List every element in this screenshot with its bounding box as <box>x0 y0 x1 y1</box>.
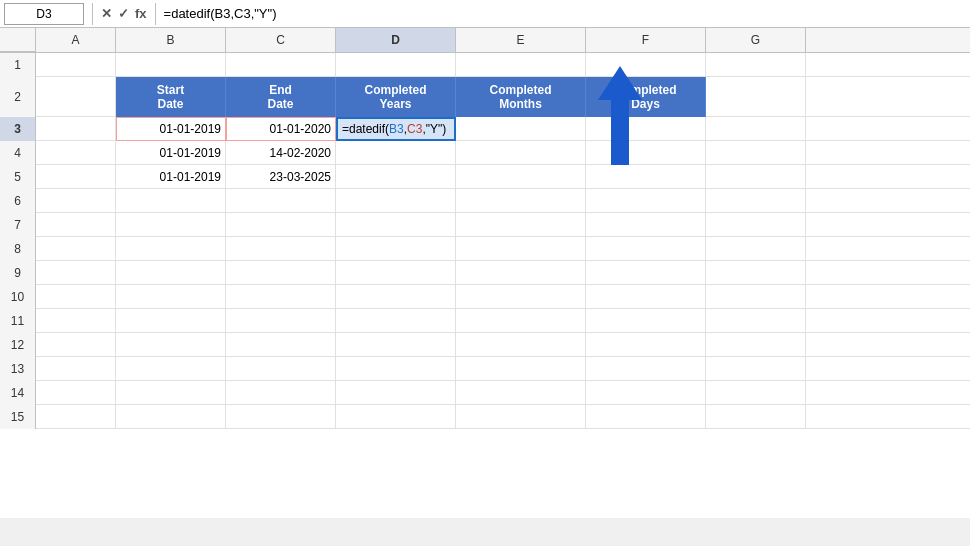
table-row: 6 <box>0 189 970 213</box>
cell-reference-box[interactable]: D3 <box>4 3 84 25</box>
table-row: 4 01-01-2019 14-02-2020 <box>0 141 970 165</box>
cell-e5[interactable] <box>456 165 586 189</box>
table-row: 9 <box>0 261 970 285</box>
formula-bar-divider-2 <box>155 3 156 25</box>
cell-b5[interactable]: 01-01-2019 <box>116 165 226 189</box>
cell-a5[interactable] <box>36 165 116 189</box>
col-header-f[interactable]: F <box>586 28 706 52</box>
completed-days-header: Completed Days <box>614 83 676 111</box>
confirm-icon[interactable]: ✓ <box>118 6 129 21</box>
cell-d4[interactable] <box>336 141 456 165</box>
cell-e4[interactable] <box>456 141 586 165</box>
start-date-header: Start Date <box>157 83 184 112</box>
row-header-4: 4 <box>0 141 36 165</box>
col-header-d[interactable]: D <box>336 28 456 52</box>
cell-c5-value: 23-03-2025 <box>270 170 331 184</box>
cell-a2[interactable] <box>36 77 116 117</box>
table-row: 3 01-01-2019 01-01-2020 =datedif(B3,C3,"… <box>0 117 970 141</box>
col-header-b[interactable]: B <box>116 28 226 52</box>
cell-b2-header[interactable]: Start Date <box>116 77 226 117</box>
table-row: 1 <box>0 53 970 77</box>
cell-f4[interactable] <box>586 141 706 165</box>
end-date-header: End Date <box>267 83 293 111</box>
cell-ref-value: D3 <box>36 7 51 21</box>
table-row: 10 <box>0 285 970 309</box>
completed-months-header: Completed Months <box>489 83 551 111</box>
table-row: 12 <box>0 333 970 357</box>
cell-b1[interactable] <box>116 53 226 77</box>
cell-c1[interactable] <box>226 53 336 77</box>
spreadsheet: A B C D E F G 1 2 <box>0 28 970 518</box>
cell-c3-value: 01-01-2020 <box>270 122 331 136</box>
formula-bar-divider <box>92 3 93 25</box>
cell-c3[interactable]: 01-01-2020 <box>226 117 336 141</box>
cell-g4[interactable] <box>706 141 806 165</box>
table-row: 8 <box>0 237 970 261</box>
cell-e2-header[interactable]: Completed Months <box>456 77 586 117</box>
row-header-2: 2 <box>0 77 36 117</box>
formula-input[interactable] <box>160 3 970 25</box>
col-header-g[interactable]: G <box>706 28 806 52</box>
cell-g2[interactable] <box>706 77 806 117</box>
row-header-1: 1 <box>0 53 36 77</box>
row-header-3: 3 <box>0 117 36 141</box>
cell-b3-value: 01-01-2019 <box>160 122 221 136</box>
cell-a4[interactable] <box>36 141 116 165</box>
cell-g5[interactable] <box>706 165 806 189</box>
cell-c2-header[interactable]: End Date <box>226 77 336 117</box>
cell-c4[interactable]: 14-02-2020 <box>226 141 336 165</box>
cell-d1[interactable] <box>336 53 456 77</box>
table-row: 7 <box>0 213 970 237</box>
cell-b4[interactable]: 01-01-2019 <box>116 141 226 165</box>
cell-e1[interactable] <box>456 53 586 77</box>
cell-b3[interactable]: 01-01-2019 <box>116 117 226 141</box>
col-header-a[interactable]: A <box>36 28 116 52</box>
table-row: 2 Start Date End Date Completed Years Co… <box>0 77 970 117</box>
table-row: 14 <box>0 381 970 405</box>
table-row: 11 <box>0 309 970 333</box>
cell-a1[interactable] <box>36 53 116 77</box>
function-icon[interactable]: fx <box>135 6 147 21</box>
column-headers: A B C D E F G <box>0 28 970 53</box>
cell-g1[interactable] <box>706 53 806 77</box>
formula-bar: D3 ✕ ✓ fx <box>0 0 970 28</box>
table-row: 5 01-01-2019 23-03-2025 <box>0 165 970 189</box>
cell-c5[interactable]: 23-03-2025 <box>226 165 336 189</box>
cell-f5[interactable] <box>586 165 706 189</box>
cell-d3[interactable]: =datedif(B3,C3,"Y") <box>336 117 456 141</box>
cell-c4-value: 14-02-2020 <box>270 146 331 160</box>
cell-f2-header[interactable]: Completed Days <box>586 77 706 117</box>
cell-d2-header[interactable]: Completed Years <box>336 77 456 117</box>
cell-b4-value: 01-01-2019 <box>160 146 221 160</box>
cell-f3[interactable] <box>586 117 706 141</box>
col-header-e[interactable]: E <box>456 28 586 52</box>
col-header-c[interactable]: C <box>226 28 336 52</box>
row-header-5: 5 <box>0 165 36 189</box>
formula-bar-icons: ✕ ✓ fx <box>97 6 151 21</box>
completed-years-header: Completed Years <box>364 83 426 111</box>
cell-e3[interactable] <box>456 117 586 141</box>
corner-cell <box>0 28 36 52</box>
cancel-icon[interactable]: ✕ <box>101 6 112 21</box>
cell-d5[interactable] <box>336 165 456 189</box>
grid-wrapper: A B C D E F G 1 2 <box>0 28 970 429</box>
cell-f1[interactable] <box>586 53 706 77</box>
table-row: 13 <box>0 357 970 381</box>
grid-body: 1 2 Start Date End Date <box>0 53 970 429</box>
cell-b5-value: 01-01-2019 <box>160 170 221 184</box>
cell-g3[interactable] <box>706 117 806 141</box>
cell-a3[interactable] <box>36 117 116 141</box>
formula-display: =datedif(B3,C3,"Y") <box>342 122 446 136</box>
table-row: 15 <box>0 405 970 429</box>
